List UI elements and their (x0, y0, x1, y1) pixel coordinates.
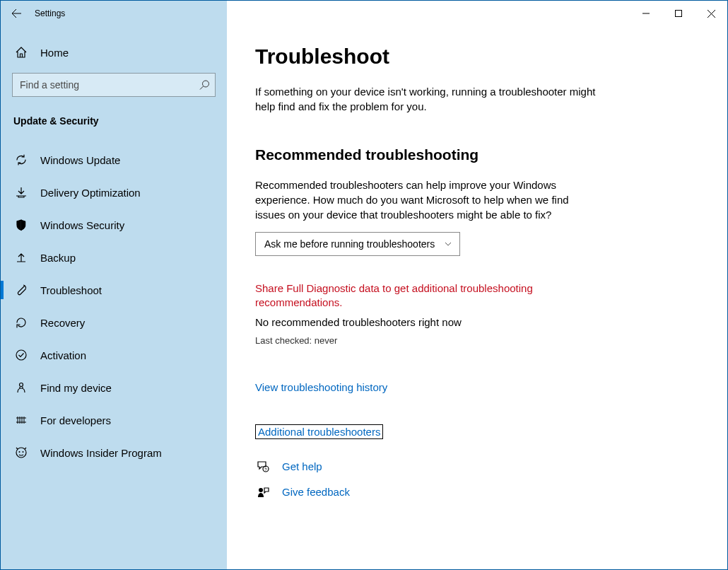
shield-icon (15, 219, 28, 231)
svg-point-4 (16, 448, 26, 458)
no-recommended-text: No recommended troubleshooters right now (255, 316, 699, 328)
feedback-icon (256, 485, 270, 499)
recommended-description: Recommended troubleshooters can help imp… (255, 178, 580, 222)
svg-point-6 (23, 451, 24, 453)
sidebar-item-recovery[interactable]: Recovery (12, 306, 216, 339)
window-title: Settings (35, 8, 65, 18)
wrench-icon (15, 284, 28, 296)
minimize-icon (642, 10, 650, 17)
back-arrow-icon (11, 8, 22, 19)
developer-icon (15, 414, 28, 426)
section-heading: Update & Security (12, 115, 216, 127)
last-checked-text: Last checked: never (255, 335, 699, 346)
minimize-button[interactable] (630, 1, 662, 26)
sidebar-item-backup[interactable]: Backup (12, 241, 216, 274)
section-heading: Recommended troubleshooting (255, 146, 699, 163)
back-button[interactable] (1, 1, 32, 26)
search-input[interactable] (12, 73, 216, 97)
home-icon (15, 46, 28, 59)
sidebar-item-label: Activation (40, 349, 86, 361)
home-nav[interactable]: Home (12, 39, 216, 73)
close-icon (708, 10, 715, 18)
svg-rect-0 (676, 11, 682, 17)
sidebar-item-find-my-device[interactable]: Find my device (12, 371, 216, 404)
download-icon (15, 186, 28, 199)
sidebar-item-label: Troubleshoot (40, 284, 102, 296)
sidebar-item-label: Windows Security (40, 219, 124, 231)
sidebar-item-windows-security[interactable]: Windows Security (12, 209, 216, 241)
insider-icon (15, 446, 28, 459)
sidebar-item-label: Windows Insider Program (40, 447, 162, 459)
sidebar-item-label: Find my device (40, 382, 112, 394)
sidebar-item-label: Recovery (40, 317, 85, 329)
find-device-icon (15, 381, 28, 394)
sidebar: Home Update & Security Windows Update De… (1, 26, 227, 569)
page-title: Troubleshoot (255, 45, 699, 69)
close-button[interactable] (695, 1, 727, 26)
intro-text: If something on your device isn't workin… (255, 84, 609, 114)
dropdown-value: Ask me before running troubleshooters (264, 238, 435, 250)
troubleshoot-preference-dropdown[interactable]: Ask me before running troubleshooters (255, 232, 460, 256)
svg-text:?: ? (264, 467, 267, 471)
get-help-row[interactable]: ? Get help (255, 459, 699, 475)
sidebar-item-for-developers[interactable]: For developers (12, 404, 216, 436)
sidebar-item-delivery-optimization[interactable]: Delivery Optimization (12, 176, 216, 209)
sidebar-item-troubleshoot[interactable]: Troubleshoot (12, 274, 216, 306)
svg-point-5 (19, 451, 20, 453)
recovery-icon (15, 316, 28, 329)
check-circle-icon (15, 349, 28, 361)
svg-point-2 (16, 350, 26, 360)
title-bar: Settings (1, 1, 727, 26)
sidebar-item-windows-update[interactable]: Windows Update (12, 144, 216, 176)
sidebar-item-label: For developers (40, 414, 111, 426)
svg-point-3 (20, 383, 23, 387)
sidebar-item-label: Windows Update (40, 154, 120, 166)
give-feedback-row[interactable]: Give feedback (255, 484, 699, 500)
maximize-icon (675, 10, 682, 17)
sidebar-item-label: Delivery Optimization (40, 187, 141, 199)
give-feedback-link[interactable]: Give feedback (282, 486, 350, 498)
additional-troubleshooters-link[interactable]: Additional troubleshooters (255, 424, 383, 439)
main-panel: Troubleshoot If something on your device… (227, 26, 727, 569)
backup-icon (15, 251, 28, 264)
sidebar-item-windows-insider[interactable]: Windows Insider Program (12, 436, 216, 469)
sync-icon (15, 153, 28, 166)
home-label: Home (40, 47, 69, 59)
svg-point-9 (259, 488, 263, 492)
maximize-button[interactable] (662, 1, 695, 26)
sidebar-item-label: Backup (40, 252, 76, 264)
diagnostic-warning: Share Full Diagnostic data to get additi… (255, 281, 566, 310)
sidebar-item-activation[interactable]: Activation (12, 339, 216, 371)
chevron-down-icon (444, 240, 452, 248)
get-help-link[interactable]: Get help (282, 460, 322, 472)
view-history-link[interactable]: View troubleshooting history (255, 381, 387, 393)
help-chat-icon: ? (256, 460, 270, 474)
